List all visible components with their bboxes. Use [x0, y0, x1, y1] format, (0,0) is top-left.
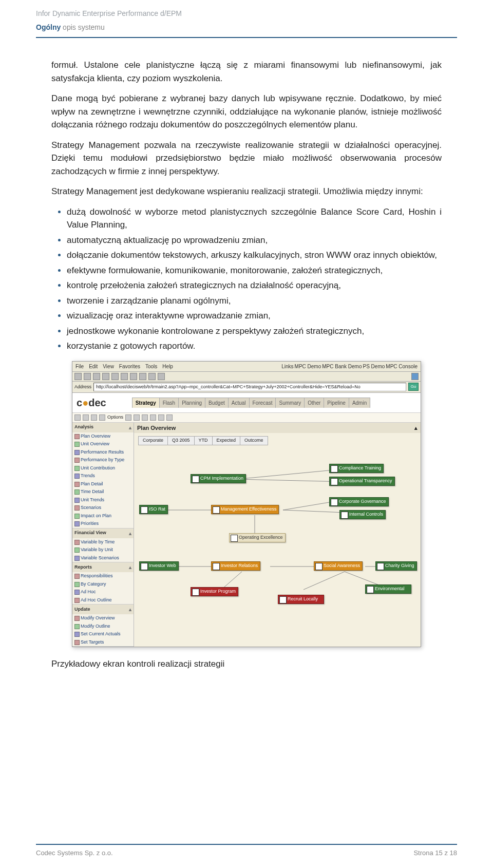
sidebar-item[interactable]: Plan Overview — [72, 432, 134, 441]
sidebar-item[interactable]: Priorities — [72, 520, 134, 528]
node-environmental[interactable]: Environmental — [365, 584, 411, 594]
menu-tools[interactable]: Tools — [145, 363, 157, 370]
ie-toolbar — [72, 372, 421, 382]
sidebar-item[interactable]: Trends — [72, 472, 134, 480]
sidebar-item[interactable]: Modify Outline — [72, 622, 134, 631]
sidebar-item[interactable]: By Category — [72, 580, 134, 589]
refresh-icon[interactable] — [102, 373, 109, 380]
node-recruit-locally[interactable]: Recruit Locally — [278, 595, 324, 604]
mail-icon[interactable] — [148, 373, 156, 380]
sub-icon[interactable] — [158, 414, 164, 421]
node-investor-relations[interactable]: Investor Relations — [211, 561, 260, 571]
home-icon[interactable] — [111, 373, 119, 380]
search-icon[interactable] — [121, 373, 128, 380]
node-compliance-training[interactable]: Compliance Training — [329, 464, 384, 473]
node-cpm-implementation[interactable]: CPM Implementation — [191, 474, 246, 483]
sidebar-section-reports[interactable]: Reports▴ — [72, 562, 134, 572]
sub-icon[interactable] — [99, 414, 105, 421]
tab-flash[interactable]: Flash — [159, 398, 179, 408]
go-button[interactable]: Go — [408, 383, 419, 391]
node-internal-controls[interactable]: Internal Controls — [339, 510, 386, 519]
sidebar-section-financial[interactable]: Financial View▴ — [72, 529, 134, 538]
sub-icon[interactable] — [150, 414, 156, 421]
sidebar-item[interactable]: Variable Scenarios — [72, 554, 134, 562]
sub-icon[interactable] — [74, 414, 81, 421]
sidebar-item[interactable]: Performance by Type — [72, 456, 134, 464]
tab-budget[interactable]: Budget — [205, 398, 229, 408]
forward-icon[interactable] — [84, 373, 91, 380]
document-content: formuł. Ustalone cele planistyczne łączą… — [0, 43, 493, 699]
tab-strategy[interactable]: Strategy — [132, 398, 160, 408]
link-mpc-demo[interactable]: MPC Demo — [295, 363, 321, 370]
history-icon[interactable] — [139, 373, 146, 380]
sidebar-item[interactable]: Time Detail — [72, 488, 134, 496]
filter-expected[interactable]: Expected — [212, 436, 241, 445]
sidebar-item[interactable]: Unit Trends — [72, 496, 134, 504]
menu-edit[interactable]: Edit — [89, 363, 98, 370]
sidebar-item[interactable]: Set Targets — [72, 638, 134, 647]
sub-icon[interactable] — [166, 414, 173, 421]
tab-other[interactable]: Other — [304, 398, 324, 408]
sidebar-item[interactable]: Plan Detail — [72, 480, 134, 488]
sub-icon[interactable] — [91, 414, 97, 421]
sidebar-item[interactable]: Performance Results — [72, 448, 134, 457]
tab-planning[interactable]: Planning — [178, 398, 205, 408]
footer-company: Codec Systems Sp. z o.o. — [36, 848, 113, 858]
sidebar-item[interactable]: Set Current Actuals — [72, 630, 134, 638]
back-icon[interactable] — [74, 373, 82, 380]
sidebar-item[interactable]: Responsibilities — [72, 572, 134, 580]
print-icon[interactable] — [158, 373, 165, 380]
sidebar-item[interactable]: Unit Contribution — [72, 464, 134, 473]
node-management-effectiveness[interactable]: Management Effectiveness — [211, 505, 279, 514]
collapse-icon[interactable]: ▴ — [129, 563, 131, 571]
stop-icon[interactable] — [93, 373, 100, 380]
sidebar-item[interactable]: Variable by Time — [72, 538, 134, 546]
filter-outcome[interactable]: Outcome — [240, 436, 268, 445]
node-operating-excellence[interactable]: Operating Excellence — [229, 533, 286, 542]
node-investor-program[interactable]: Investor Program — [191, 587, 238, 596]
filter-q3-2005[interactable]: Q3 2005 — [167, 436, 195, 445]
sidebar-section-analysis[interactable]: Analysis▴ — [72, 423, 134, 432]
link-mpc-bank[interactable]: MPC Bank Demo — [322, 363, 362, 370]
address-input[interactable]: http://localhost/decisweb/tr/trmain2.asp… — [93, 383, 406, 392]
node-social-awareness[interactable]: Social Awareness — [314, 561, 363, 571]
tab-forecast[interactable]: Forecast — [249, 398, 276, 408]
menu-file[interactable]: File — [75, 363, 84, 370]
node-investor-web[interactable]: Investor Web — [139, 561, 179, 571]
sub-icon[interactable] — [83, 414, 89, 421]
node-charity-giving[interactable]: Charity Giving — [375, 561, 417, 571]
tab-admin[interactable]: Admin — [349, 398, 370, 408]
node-iso-rat[interactable]: ISO Rat — [139, 505, 168, 514]
sidebar-item[interactable]: Modify Overview — [72, 614, 134, 622]
collapse-icon[interactable]: ▴ — [129, 424, 131, 431]
sub-icon[interactable] — [134, 414, 140, 421]
tab-pipeline[interactable]: Pipeline — [324, 398, 349, 408]
favorites-icon[interactable] — [130, 373, 137, 380]
sidebar-item[interactable]: Variable by Unit — [72, 546, 134, 554]
menu-help[interactable]: Help — [162, 363, 173, 370]
options-dropdown[interactable]: Options — [107, 414, 123, 421]
collapse-icon[interactable]: ▴ — [414, 424, 418, 432]
sub-icon[interactable] — [125, 414, 131, 421]
sidebar-item[interactable]: Ad Hoc — [72, 588, 134, 596]
node-operational-transparency[interactable]: Operational Transparency — [329, 477, 395, 486]
filter-ytd[interactable]: YTD — [194, 436, 213, 445]
sidebar-section-update[interactable]: Update▴ — [72, 605, 134, 614]
ie-addressbar: Address http://localhost/decisweb/tr/trm… — [72, 382, 421, 393]
tab-actual[interactable]: Actual — [228, 398, 250, 408]
sidebar-item[interactable]: Unit Overview — [72, 440, 134, 448]
tab-summary[interactable]: Summary — [275, 398, 305, 408]
sidebar-item[interactable]: Impact on Plan — [72, 512, 134, 520]
link-ps-demo[interactable]: PS Demo — [363, 363, 385, 370]
sidebar-item[interactable]: Scenarios — [72, 504, 134, 512]
collapse-icon[interactable]: ▴ — [129, 530, 131, 537]
menu-view[interactable]: View — [103, 363, 114, 370]
collapse-icon[interactable]: ▴ — [129, 606, 131, 613]
filter-corporate[interactable]: Corporate — [138, 436, 168, 445]
sidebar-item[interactable]: Ad Hoc Outline — [72, 596, 134, 605]
list-item: wizualizację oraz interaktywne wprowadza… — [67, 309, 442, 323]
sub-icon[interactable] — [142, 414, 148, 421]
node-corporate-governance[interactable]: Corporate Governance — [329, 497, 389, 506]
menu-favorites[interactable]: Favorites — [119, 363, 140, 370]
link-mpc-console[interactable]: MPC Console — [386, 363, 418, 370]
